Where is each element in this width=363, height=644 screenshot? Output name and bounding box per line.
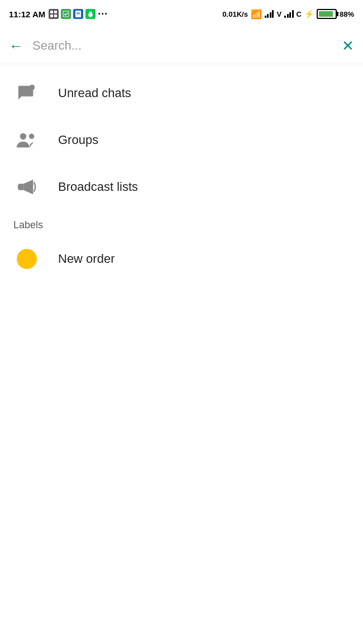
wifi-icon: 📶	[251, 9, 262, 20]
search-bar: ← ✕	[0, 28, 363, 64]
carrier-1: V	[276, 10, 281, 18]
groups-label: Groups	[58, 133, 98, 147]
status-time: 11:12 AM	[9, 9, 45, 19]
menu-item-broadcast-lists[interactable]: Broadcast lists	[0, 164, 363, 210]
svg-point-9	[29, 134, 35, 140]
app-icon-4	[85, 9, 95, 19]
new-order-label: New order	[58, 252, 114, 266]
labels-section-header: Labels	[0, 210, 363, 236]
app-icon-1	[49, 9, 59, 19]
signal-bars-2	[284, 10, 294, 18]
app-icon-3	[73, 9, 83, 19]
svg-point-7	[30, 85, 35, 90]
app-icon-2	[61, 9, 71, 19]
back-button[interactable]: ←	[9, 37, 23, 55]
status-bar-left: 11:12 AM ···	[9, 8, 108, 20]
status-bar-right: 0.01K/s 📶 V C ⚡ 88%	[222, 9, 354, 20]
charging-icon: ⚡	[304, 9, 314, 18]
svg-point-11	[18, 184, 21, 190]
groups-icon	[13, 127, 40, 153]
search-input-wrapper[interactable]	[32, 39, 333, 53]
svg-point-8	[20, 133, 26, 140]
menu-item-groups[interactable]: Groups	[0, 117, 363, 164]
carrier-2: C	[297, 10, 302, 18]
battery-percent: 88%	[340, 10, 354, 18]
menu-item-unread-chats[interactable]: Unread chats	[0, 70, 363, 117]
unread-chats-icon	[13, 80, 40, 107]
dots-icon: ···	[98, 8, 108, 20]
battery-indicator	[317, 9, 337, 19]
search-input[interactable]	[32, 39, 333, 53]
svg-rect-0	[50, 11, 53, 13]
status-icons: ···	[49, 8, 108, 20]
broadcast-icon	[13, 174, 40, 200]
status-bar: 11:12 AM ··· 0.01K/s 📶 V	[0, 0, 363, 28]
network-speed: 0.01K/s	[222, 10, 248, 18]
menu-item-new-order[interactable]: New order	[0, 236, 363, 282]
svg-rect-2	[50, 15, 53, 17]
signal-bars-1	[265, 10, 274, 18]
svg-rect-1	[54, 11, 57, 13]
battery-fill	[319, 11, 333, 17]
label-dot-icon	[13, 246, 40, 272]
unread-chats-label: Unread chats	[58, 86, 131, 100]
svg-rect-3	[54, 15, 57, 17]
broadcast-lists-label: Broadcast lists	[58, 180, 138, 194]
clear-search-button[interactable]: ✕	[342, 37, 354, 55]
menu-list: Unread chats Groups Broad	[0, 64, 363, 282]
